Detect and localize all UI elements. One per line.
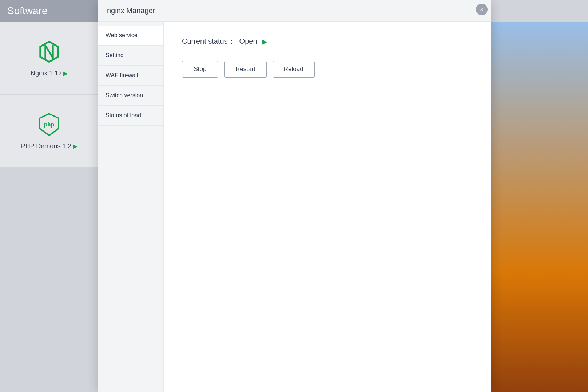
status-open-icon: ▶ xyxy=(262,37,267,46)
nav-item-web-service[interactable]: Web service xyxy=(98,26,163,46)
nav-item-status-of-load[interactable]: Status of load xyxy=(98,106,163,126)
current-status-label: Current status： xyxy=(182,36,235,46)
sidebar-title: Software xyxy=(7,5,48,17)
close-button[interactable]: × xyxy=(476,4,488,15)
php-label: PHP Demons 1.2 ▶ xyxy=(21,142,78,150)
svg-text:php: php xyxy=(44,121,54,128)
action-buttons: Stop Restart Reload xyxy=(182,61,473,78)
nav-item-setting[interactable]: Setting xyxy=(98,46,163,66)
nginx-arrow-icon: ▶ xyxy=(63,70,68,77)
php-arrow-icon: ▶ xyxy=(73,143,77,150)
status-value: Open xyxy=(239,37,257,46)
sidebar-item-nginx[interactable]: Nginx 1.12 ▶ xyxy=(0,22,98,95)
restart-button[interactable]: Restart xyxy=(224,61,267,78)
nginx-label: Nginx 1.12 ▶ xyxy=(31,70,68,77)
modal-body: Web service Setting WAF firewall Switch … xyxy=(98,22,491,392)
close-icon: × xyxy=(480,6,483,13)
modal-title: nginx Manager xyxy=(107,7,155,15)
nginx-icon xyxy=(36,39,62,64)
nav-item-switch-version[interactable]: Switch version xyxy=(98,86,163,106)
sidebar-item-php[interactable]: php PHP Demons 1.2 ▶ xyxy=(0,95,98,168)
modal-header: nginx Manager xyxy=(98,0,491,22)
stop-button[interactable]: Stop xyxy=(182,61,218,78)
nav-item-waf-firewall[interactable]: WAF firewall xyxy=(98,66,163,86)
right-strip xyxy=(491,0,588,392)
current-status-row: Current status： Open ▶ xyxy=(182,36,473,46)
modal-main-content: Current status： Open ▶ Stop Restart Relo… xyxy=(164,22,491,392)
nginx-manager-modal: nginx Manager × Web service Setting WAF … xyxy=(98,0,491,392)
reload-button[interactable]: Reload xyxy=(273,61,315,78)
background-sidebar: Software Nginx 1.12 ▶ php PHP Demons 1.2… xyxy=(0,0,98,392)
php-icon: php xyxy=(36,112,62,137)
sidebar-header: Software xyxy=(0,0,98,22)
right-strip-bar xyxy=(491,0,588,22)
modal-nav: Web service Setting WAF firewall Switch … xyxy=(98,22,164,392)
